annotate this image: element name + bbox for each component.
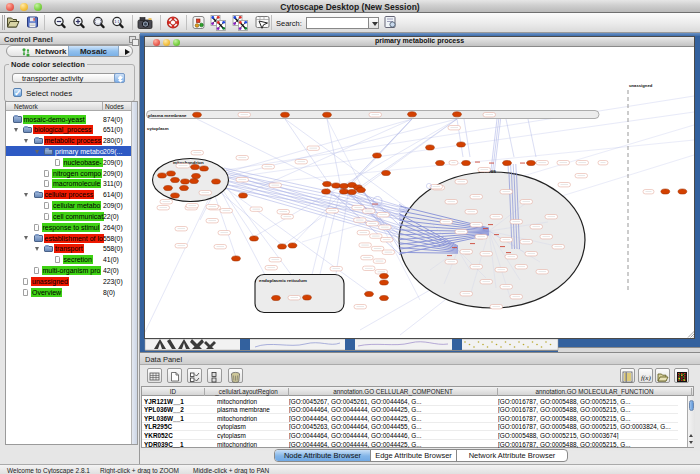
svg-text:unassigned: unassigned bbox=[629, 83, 653, 88]
svg-text:plasma membrane: plasma membrane bbox=[148, 113, 187, 118]
svg-text:cytoplasm: cytoplasm bbox=[147, 126, 169, 131]
svg-text:1:1: 1:1 bbox=[114, 19, 120, 24]
svg-text:endoplasmic reticulum: endoplasmic reticulum bbox=[259, 278, 307, 283]
svg-text:f(x): f(x) bbox=[641, 374, 651, 382]
